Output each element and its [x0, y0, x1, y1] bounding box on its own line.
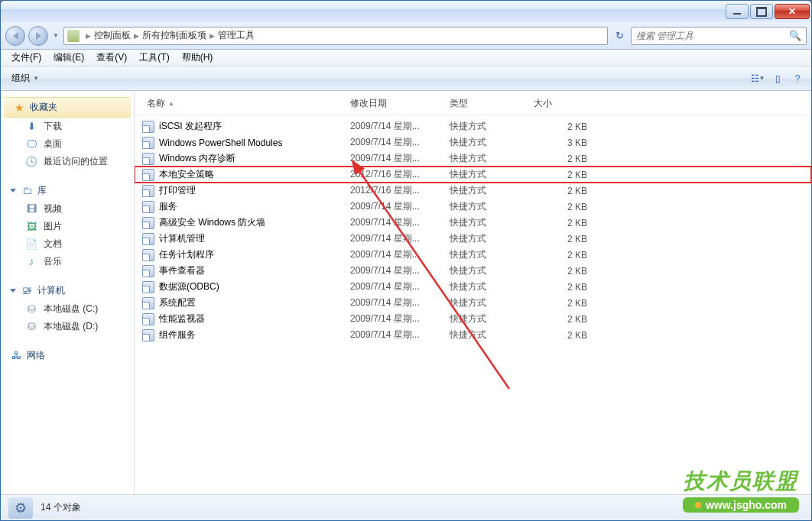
file-date: 2012/7/16 星期... — [350, 184, 450, 197]
breadcrumb-item[interactable]: 管理工具 — [218, 29, 255, 42]
file-name: 高级安全 Windows 防火墙 — [159, 216, 350, 229]
file-row[interactable]: 服务2009/7/14 星期...快捷方式2 KB — [135, 199, 811, 215]
file-row[interactable]: 高级安全 Windows 防火墙2009/7/14 星期...快捷方式2 KB — [135, 215, 811, 231]
file-type: 快捷方式 — [450, 200, 534, 213]
file-name: 组件服务 — [159, 328, 350, 341]
file-type: 快捷方式 — [450, 328, 534, 341]
file-size: 2 KB — [534, 314, 587, 325]
shortcut-icon — [142, 137, 154, 149]
file-row[interactable]: Windows PowerShell Modules2009/7/14 星期..… — [135, 134, 811, 150]
file-row[interactable]: Windows 内存诊断2009/7/14 星期...快捷方式2 KB — [135, 150, 811, 167]
file-row[interactable]: 性能监视器2009/7/14 星期...快捷方式2 KB — [135, 311, 811, 327]
star-icon: ★ — [13, 102, 25, 114]
preview-pane-button[interactable]: ▯ — [770, 71, 785, 86]
menu-view[interactable]: 查看(V) — [90, 50, 133, 66]
file-row[interactable]: 本地安全策略2012/7/16 星期...快捷方式2 KB — [135, 167, 811, 183]
address-bar: ▼ ▶ 控制面板 ▶ 所有控制面板项 ▶ 管理工具 ↻ 🔍 — [1, 22, 811, 50]
file-size: 2 KB — [534, 186, 587, 196]
file-date: 2009/7/14 星期... — [350, 312, 450, 325]
file-size: 2 KB — [534, 298, 587, 309]
column-headers: 名称▲ 修改日期 类型 大小 — [135, 91, 811, 115]
body-area: ★ 收藏夹 ⬇下载 🖵桌面 🕓最近访问的位置 🗀 库 🎞视频 🖼图片 📄文档 ♪… — [1, 91, 811, 494]
file-row[interactable]: 数据源(ODBC)2009/7/14 星期...快捷方式2 KB — [135, 279, 811, 295]
column-header-size[interactable]: 大小 — [529, 95, 589, 112]
nav-forward-button[interactable] — [28, 26, 48, 46]
column-header-type[interactable]: 类型 — [445, 95, 529, 112]
computer-group: 🖳 计算机 ⛁本地磁盘 (C:) ⛁本地磁盘 (D:) — [1, 281, 134, 335]
explorer-window: ▼ ▶ 控制面板 ▶ 所有控制面板项 ▶ 管理工具 ↻ 🔍 文件(F) 编辑(E… — [0, 0, 812, 521]
search-box[interactable]: 🔍 — [631, 27, 807, 45]
file-name: 打印管理 — [159, 184, 350, 197]
menu-help[interactable]: 帮助(H) — [176, 50, 219, 66]
file-name: 性能监视器 — [159, 312, 350, 325]
file-size: 2 KB — [534, 250, 587, 260]
sidebar-item-pictures[interactable]: 🖼图片 — [1, 218, 134, 235]
sidebar-item-desktop[interactable]: 🖵桌面 — [1, 135, 134, 153]
file-name: Windows PowerShell Modules — [159, 138, 350, 148]
favorites-header[interactable]: ★ 收藏夹 — [4, 97, 131, 118]
file-row[interactable]: iSCSI 发起程序2009/7/14 星期...快捷方式2 KB — [135, 118, 811, 134]
file-type: 快捷方式 — [450, 296, 534, 309]
help-button[interactable]: ? — [790, 71, 805, 86]
maximize-button[interactable] — [750, 4, 773, 19]
file-name: 本地安全策略 — [159, 168, 350, 181]
menu-tools[interactable]: 工具(T) — [133, 50, 175, 66]
breadcrumb-item[interactable]: 所有控制面板项 — [142, 29, 206, 42]
search-input[interactable] — [636, 31, 789, 41]
nav-history-dropdown[interactable]: ▼ — [51, 29, 60, 43]
nav-back-button[interactable] — [5, 26, 25, 46]
file-size: 2 KB — [534, 282, 587, 293]
shortcut-icon — [142, 297, 154, 309]
sidebar-item-drive-c[interactable]: ⛁本地磁盘 (C:) — [1, 300, 134, 318]
network-header[interactable]: 🖧 网络 — [1, 346, 134, 365]
shortcut-icon — [142, 201, 154, 213]
view-options-button[interactable]: ☷ ▼ — [750, 71, 765, 86]
titlebar[interactable] — [1, 1, 811, 22]
file-type: 快捷方式 — [450, 248, 534, 261]
shortcut-icon — [142, 265, 154, 277]
file-name: 数据源(ODBC) — [159, 280, 350, 293]
refresh-button[interactable]: ↻ — [611, 28, 628, 44]
minimize-button[interactable] — [726, 4, 749, 19]
file-row[interactable]: 系统配置2009/7/14 星期...快捷方式2 KB — [135, 295, 811, 311]
desktop-icon: 🖵 — [25, 138, 37, 150]
shortcut-icon — [142, 185, 154, 197]
libraries-header[interactable]: 🗀 库 — [1, 181, 134, 200]
sidebar-item-downloads[interactable]: ⬇下载 — [1, 118, 134, 135]
menu-edit[interactable]: 编辑(E) — [47, 50, 90, 66]
sidebar-item-music[interactable]: ♪音乐 — [1, 253, 134, 270]
sidebar-item-label: 桌面 — [44, 138, 62, 150]
file-date: 2009/7/14 星期... — [350, 328, 450, 341]
breadcrumb-item[interactable]: 控制面板 — [94, 29, 131, 42]
search-icon[interactable]: 🔍 — [789, 30, 801, 41]
file-date: 2009/7/14 星期... — [350, 136, 450, 149]
file-row[interactable]: 计算机管理2009/7/14 星期...快捷方式2 KB — [135, 231, 811, 247]
file-row[interactable]: 事件查看器2009/7/14 星期...快捷方式2 KB — [135, 263, 811, 279]
sidebar-item-documents[interactable]: 📄文档 — [1, 235, 134, 253]
file-row[interactable]: 组件服务2009/7/14 星期...快捷方式2 KB — [135, 327, 811, 343]
column-header-date[interactable]: 修改日期 — [346, 95, 445, 112]
sidebar-item-label: 本地磁盘 (C:) — [44, 303, 98, 316]
breadcrumb[interactable]: ▶ 控制面板 ▶ 所有控制面板项 ▶ 管理工具 — [63, 27, 608, 45]
menu-file[interactable]: 文件(F) — [5, 50, 47, 66]
file-type: 快捷方式 — [450, 152, 534, 165]
sidebar-item-recent[interactable]: 🕓最近访问的位置 — [1, 153, 134, 170]
libraries-label: 库 — [37, 184, 47, 197]
file-size: 2 KB — [534, 234, 587, 244]
chevron-down-icon: ▼ — [33, 75, 39, 82]
sidebar-item-drive-d[interactable]: ⛁本地磁盘 (D:) — [1, 318, 134, 335]
file-date: 2009/7/14 星期... — [350, 280, 450, 293]
file-row[interactable]: 打印管理2012/7/16 星期...快捷方式2 KB — [135, 183, 811, 199]
column-header-name[interactable]: 名称▲ — [142, 95, 346, 112]
file-name: 服务 — [159, 200, 350, 213]
file-row[interactable]: 任务计划程序2009/7/14 星期...快捷方式2 KB — [135, 247, 811, 263]
close-button[interactable] — [775, 4, 810, 19]
shortcut-icon — [142, 329, 154, 341]
file-size: 3 KB — [534, 138, 587, 148]
organize-button[interactable]: 组织 ▼ — [7, 70, 44, 87]
sidebar-item-label: 下载 — [44, 120, 62, 133]
file-size: 2 KB — [534, 218, 587, 228]
computer-header[interactable]: 🖳 计算机 — [1, 281, 134, 300]
sidebar-item-label: 文档 — [44, 238, 62, 251]
sidebar-item-videos[interactable]: 🎞视频 — [1, 200, 134, 218]
